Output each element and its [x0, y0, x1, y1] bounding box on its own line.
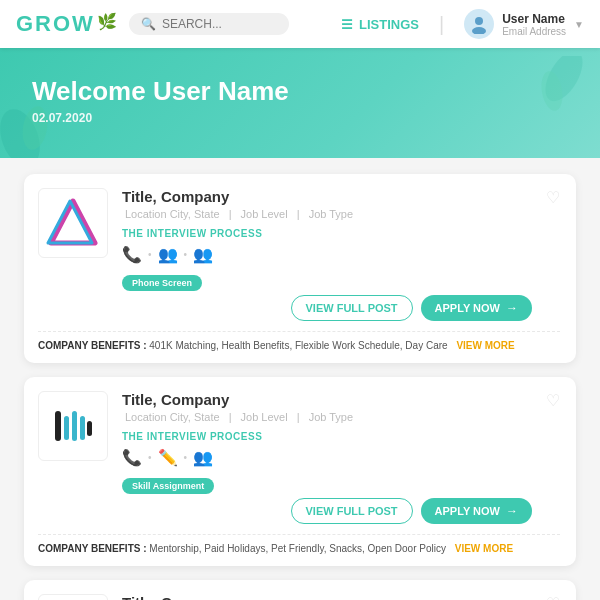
nav-divider: |: [439, 13, 444, 36]
job-list: Title, Company Location City, State | Jo…: [0, 158, 600, 600]
favorite-button[interactable]: ♡: [546, 594, 560, 600]
search-bar[interactable]: 🔍: [129, 13, 289, 35]
job-card: Title, Company Location City, State | Jo…: [24, 377, 576, 566]
card-divider: [38, 534, 560, 535]
phone-icon: 📞: [122, 448, 142, 467]
card-benefits: COMPANY BENEFITS : Mentorship, Paid Holi…: [38, 543, 560, 554]
header: GROW 🌿 🔍 ☰ LISTINGS | User Name Email Ad…: [0, 0, 600, 48]
dot-separator: •: [184, 249, 188, 260]
hero-title: Welcome User Name: [32, 76, 568, 107]
phone-icon: 📞: [122, 245, 142, 264]
card-info: Title, Company Location City, State | Jo…: [122, 594, 532, 600]
hero-date: 02.07.2020: [32, 111, 568, 125]
benefits-label: COMPANY BENEFITS :: [38, 340, 147, 351]
people-icon: 👥: [193, 448, 213, 467]
company-logo: [38, 188, 108, 258]
user-info[interactable]: User Name Email Address ▼: [464, 9, 584, 39]
job-location: Location City, State: [125, 411, 220, 423]
job-card: Title, Company Location City, State | Jo…: [24, 580, 576, 600]
svg-point-0: [475, 17, 483, 25]
meta-sep2: |: [297, 208, 300, 220]
card-info: Title, Company Location City, State | Jo…: [122, 391, 532, 524]
company-logo: [38, 594, 108, 600]
interview-stage-badge: Phone Screen: [122, 275, 202, 291]
svg-rect-8: [55, 411, 61, 441]
job-location: Location City, State: [125, 208, 220, 220]
benefits-text: 401K Matching, Health Benefits, Flexible…: [149, 340, 447, 351]
card-top: Title, Company Location City, State | Jo…: [38, 188, 560, 321]
meta-sep2: |: [297, 411, 300, 423]
interview-stage-badge: Skill Assignment: [122, 478, 214, 494]
job-level: Job Level: [241, 411, 288, 423]
job-card: Title, Company Location City, State | Jo…: [24, 174, 576, 363]
svg-rect-9: [64, 416, 69, 440]
view-full-post-button[interactable]: VIEW FULL POST: [291, 498, 413, 524]
interview-icons: 📞 • 👥 • 👥: [122, 245, 532, 264]
svg-point-1: [472, 27, 486, 34]
card-top: Title, Company Location City, State | Jo…: [38, 391, 560, 524]
card-info: Title, Company Location City, State | Jo…: [122, 188, 532, 321]
user-name: User Name: [502, 12, 566, 26]
apply-now-button[interactable]: APPLY NOW →: [421, 295, 532, 321]
view-full-post-button[interactable]: VIEW FULL POST: [291, 295, 413, 321]
listings-menu-icon: ☰: [341, 17, 353, 32]
favorite-button[interactable]: ♡: [546, 188, 560, 207]
interview-icons: 📞 • ✏️ • 👥: [122, 448, 532, 467]
chevron-down-icon: ▼: [574, 19, 584, 30]
pencil-icon: ✏️: [158, 448, 178, 467]
card-top: Title, Company Location City, State | Jo…: [38, 594, 560, 600]
people-icon: 👥: [158, 245, 178, 264]
benefits-view-more-link[interactable]: VIEW MORE: [455, 543, 513, 554]
benefits-label: COMPANY BENEFITS :: [38, 543, 147, 554]
card-actions: VIEW FULL POST APPLY NOW →: [122, 498, 532, 524]
listings-label: LISTINGS: [359, 17, 419, 32]
job-title: Title, Company: [122, 188, 532, 205]
svg-rect-11: [80, 416, 85, 440]
job-meta: Location City, State | Job Level | Job T…: [122, 411, 532, 423]
card-divider: [38, 331, 560, 332]
apply-now-button[interactable]: APPLY NOW →: [421, 498, 532, 524]
nav-listings[interactable]: ☰ LISTINGS: [341, 17, 419, 32]
arrow-right-icon: →: [506, 301, 518, 315]
group-icon: 👥: [193, 245, 213, 264]
meta-sep1: |: [229, 208, 232, 220]
job-type: Job Type: [309, 208, 353, 220]
meta-sep1: |: [229, 411, 232, 423]
svg-rect-12: [87, 421, 92, 436]
favorite-button[interactable]: ♡: [546, 391, 560, 410]
interview-label: THE INTERVIEW PROCESS: [122, 228, 532, 239]
logo: GROW 🌿: [16, 11, 117, 37]
card-benefits: COMPANY BENEFITS : 401K Matching, Health…: [38, 340, 560, 351]
logo-leaf-icon: 🌿: [97, 12, 117, 31]
company-logo: [38, 391, 108, 461]
user-email: Email Address: [502, 26, 566, 37]
job-meta: Location City, State | Job Level | Job T…: [122, 208, 532, 220]
hero-section: Welcome User Name 02.07.2020: [0, 48, 600, 158]
arrow-right-icon: →: [506, 504, 518, 518]
interview-label: THE INTERVIEW PROCESS: [122, 431, 532, 442]
card-actions: VIEW FULL POST APPLY NOW →: [122, 295, 532, 321]
job-type: Job Type: [309, 411, 353, 423]
job-level: Job Level: [241, 208, 288, 220]
job-title: Title, Company: [122, 391, 532, 408]
logo-text: GROW: [16, 11, 95, 37]
dot-separator: •: [184, 452, 188, 463]
search-icon: 🔍: [141, 17, 156, 31]
apply-now-label: APPLY NOW: [435, 302, 500, 314]
job-title: Title, Company: [122, 594, 532, 600]
search-input[interactable]: [162, 17, 272, 31]
avatar: [464, 9, 494, 39]
user-text: User Name Email Address: [502, 12, 566, 37]
svg-rect-10: [72, 411, 77, 441]
apply-now-label: APPLY NOW: [435, 505, 500, 517]
dot-separator: •: [148, 249, 152, 260]
benefits-text: Mentorship, Paid Holidays, Pet Friendly,…: [149, 543, 446, 554]
dot-separator: •: [148, 452, 152, 463]
benefits-view-more-link[interactable]: VIEW MORE: [456, 340, 514, 351]
